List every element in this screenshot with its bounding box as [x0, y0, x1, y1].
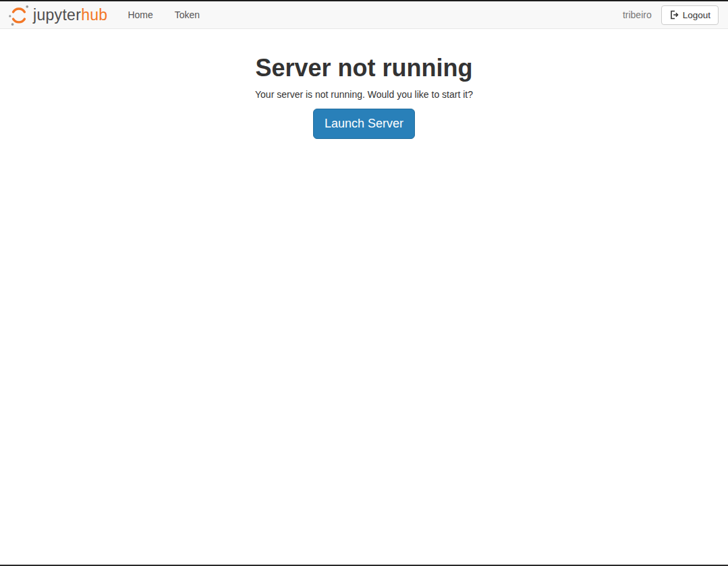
brand-wordmark: jupyterhub: [33, 7, 107, 23]
brand-text-hub: hub: [81, 6, 107, 24]
jupyter-logo-icon: [8, 3, 30, 27]
logout-label: Logout: [683, 10, 710, 20]
server-status-message: Your server is not running. Would you li…: [0, 89, 728, 100]
sign-out-icon: [669, 10, 679, 20]
page-title: Server not running: [0, 54, 728, 82]
navbar-left: jupyterhub Home Token: [8, 1, 211, 28]
jupyterhub-brand-link[interactable]: jupyterhub: [8, 3, 107, 27]
launch-server-button[interactable]: Launch Server: [313, 109, 415, 139]
nav-item-token[interactable]: Token: [164, 1, 211, 28]
logout-button[interactable]: Logout: [661, 5, 719, 25]
nav-item-home[interactable]: Home: [117, 1, 163, 28]
top-navbar: jupyterhub Home Token tribeiro Logout: [0, 1, 728, 29]
main-content: Server not running Your server is not ru…: [0, 29, 728, 139]
brand-text-jupyter: jupyter: [33, 6, 81, 24]
navbar-right: tribeiro Logout: [623, 5, 719, 25]
username-text: tribeiro: [623, 9, 652, 20]
